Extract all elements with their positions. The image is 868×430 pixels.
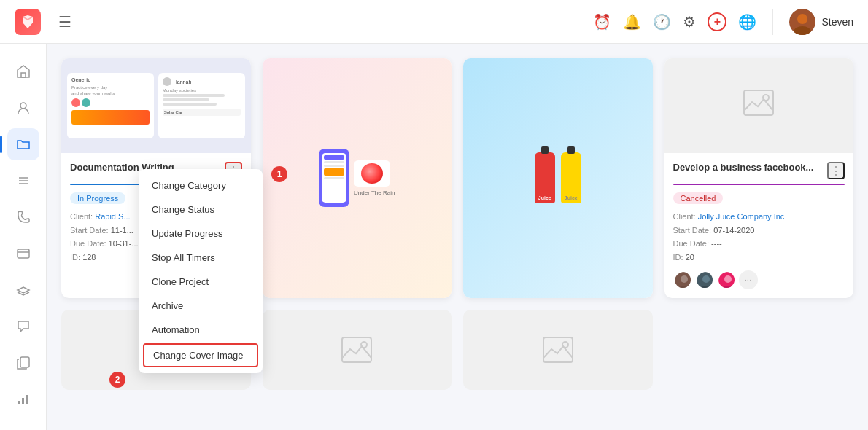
menu-automation[interactable]: Automation: [139, 318, 263, 342]
user-profile[interactable]: Steven: [789, 9, 853, 35]
svg-rect-8: [18, 249, 29, 258]
placeholder-card-2: [263, 310, 452, 390]
svg-rect-3: [21, 73, 26, 77]
hamburger-icon[interactable]: ☰: [58, 13, 71, 31]
svg-point-1: [797, 14, 807, 24]
card-4-content: Develop a business facebook... ⋮ Cancell…: [664, 153, 854, 298]
card-4-info: Client: Jolly Juice Company Inc Start Da…: [673, 210, 845, 265]
sidebar-item-card[interactable]: [7, 238, 39, 270]
sidebar-item-list[interactable]: [7, 165, 39, 197]
context-menu: Change Category Change Status Update Pro…: [139, 169, 263, 373]
svg-point-29: [681, 275, 688, 283]
app-logo[interactable]: [15, 9, 41, 35]
svg-point-27: [763, 95, 769, 101]
svg-point-40: [361, 342, 367, 348]
sidebar: [0, 44, 47, 430]
sidebar-item-home[interactable]: [7, 55, 39, 87]
step-badge-1: 1: [271, 166, 287, 182]
svg-rect-39: [342, 337, 371, 362]
card-2: Under The Rain Documentation Writing ⋮ I…: [263, 58, 452, 298]
avatar-6: [695, 270, 714, 289]
menu-change-status[interactable]: Change Status: [139, 198, 263, 222]
svg-point-32: [702, 275, 710, 283]
svg-point-35: [724, 275, 732, 283]
card-3: Juice Juice Packaging Design ⋮ On Hold C…: [463, 58, 653, 298]
sidebar-item-chart[interactable]: [7, 383, 39, 415]
card-4: Develop a business facebook... ⋮ Cancell…: [664, 58, 854, 298]
svg-rect-10: [20, 357, 29, 367]
card-4-menu-btn[interactable]: ⋮: [827, 162, 845, 179]
sidebar-item-chat[interactable]: [7, 310, 39, 343]
card-4-image: [664, 58, 854, 153]
globe-icon[interactable]: 🌐: [738, 13, 756, 31]
menu-change-cover-image[interactable]: Change Cover Image: [143, 343, 258, 367]
card-4-title: Develop a business facebook...: [673, 162, 828, 173]
sidebar-item-users[interactable]: [7, 92, 39, 124]
card-1-badge: In Progress: [70, 192, 125, 204]
sidebar-item-layers[interactable]: [7, 274, 39, 306]
bell-icon[interactable]: 🔔: [623, 13, 641, 31]
svg-rect-26: [744, 90, 773, 115]
svg-rect-12: [22, 398, 24, 404]
clock-icon[interactable]: 🕐: [653, 13, 671, 31]
alarm-icon[interactable]: ⏰: [593, 13, 611, 31]
more-avatars-btn-4[interactable]: ···: [739, 270, 758, 289]
step-badge-2: 2: [109, 372, 125, 388]
svg-rect-41: [543, 337, 573, 362]
placeholder-img-4: [740, 85, 777, 128]
sidebar-item-folder[interactable]: [7, 128, 39, 160]
card-4-avatars: ···: [673, 270, 845, 289]
card-3-image: Juice Juice: [463, 58, 653, 298]
nav-divider: [772, 9, 773, 35]
svg-rect-11: [18, 401, 20, 404]
placeholder-card-3: [463, 310, 653, 390]
card-2-image: Under The Rain: [263, 58, 452, 298]
nav-icons: ⏰ 🔔 🕐 ⚙ + 🌐 Steven: [593, 9, 853, 35]
svg-rect-13: [26, 395, 28, 404]
sidebar-item-copy[interactable]: [7, 347, 39, 379]
menu-update-progress[interactable]: Update Progress: [139, 222, 263, 246]
phone-frame: [319, 149, 349, 207]
username: Steven: [821, 16, 853, 28]
menu-change-category[interactable]: Change Category: [139, 173, 263, 198]
sidebar-item-phone[interactable]: [7, 201, 39, 233]
svg-point-4: [20, 103, 26, 109]
avatar-5: [673, 270, 692, 289]
menu-clone-project[interactable]: Clone Project: [139, 270, 263, 294]
card-1-image: Generic Practice every day and share you…: [61, 58, 251, 153]
avatar: [789, 9, 815, 35]
red-bottle: Juice: [535, 152, 555, 203]
top-navigation: ☰ ⏰ 🔔 🕐 ⚙ + 🌐 Steven: [0, 0, 868, 44]
yellow-bottle: Juice: [561, 152, 581, 203]
svg-point-42: [562, 342, 568, 348]
settings-icon[interactable]: ⚙: [683, 13, 696, 31]
card-4-badge: Cancelled: [673, 192, 724, 204]
menu-archive[interactable]: Archive: [139, 294, 263, 318]
add-icon[interactable]: +: [708, 12, 726, 31]
avatar-7: [717, 270, 736, 289]
menu-stop-all-timers[interactable]: Stop All Timers: [139, 246, 263, 270]
